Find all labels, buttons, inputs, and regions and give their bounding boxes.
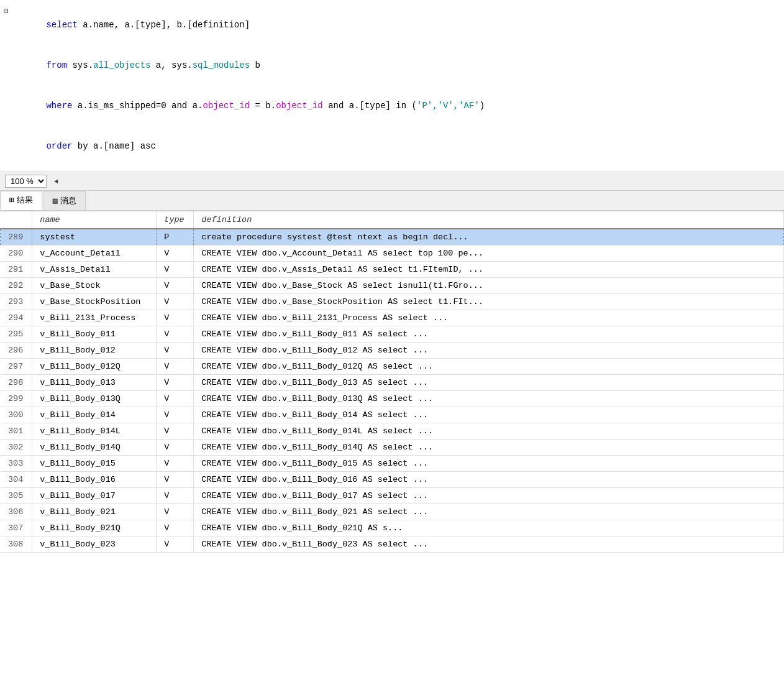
cell-definition: CREATE VIEW dbo.v_Account_Detail AS sele… <box>194 246 784 262</box>
cell-type: P <box>157 229 194 246</box>
table-row[interactable]: 294v_Bill_2131_ProcessVCREATE VIEW dbo.v… <box>1 310 784 326</box>
zoom-arrow-button[interactable]: ◄ <box>52 178 61 185</box>
cell-definition: CREATE VIEW dbo.v_Base_Stock AS select i… <box>194 278 784 294</box>
cell-type: V <box>157 278 194 294</box>
sql-editor[interactable]: ⊟ select a.name, a.[type], b.[definition… <box>0 0 784 172</box>
zoom-select[interactable]: 100 % 75 % 125 % <box>5 175 47 188</box>
cell-num: 302 <box>1 440 32 456</box>
table-row[interactable]: 301v_Bill_Body_014LVCREATE VIEW dbo.v_Bi… <box>1 423 784 440</box>
cell-name: v_Bill_Body_023 <box>32 536 157 553</box>
cell-name: systest <box>32 229 157 246</box>
table-row[interactable]: 296v_Bill_Body_012VCREATE VIEW dbo.v_Bil… <box>1 343 784 359</box>
table-row[interactable]: 289systestPcreate procedure systest @tes… <box>1 229 784 246</box>
cell-name: v_Account_Detail <box>32 246 157 262</box>
cell-type: V <box>157 294 194 310</box>
cell-num: 301 <box>1 423 32 440</box>
results-area: name type definition 289systestPcreate p… <box>0 211 784 553</box>
cell-num: 295 <box>1 326 32 343</box>
cell-type: V <box>157 488 194 504</box>
table-row[interactable]: 306v_Bill_Body_021VCREATE VIEW dbo.v_Bil… <box>1 504 784 520</box>
cell-num: 304 <box>1 472 32 488</box>
cell-type: V <box>157 343 194 359</box>
table-row[interactable]: 292v_Base_StockVCREATE VIEW dbo.v_Base_S… <box>1 278 784 294</box>
cell-name: v_Bill_Body_016 <box>32 472 157 488</box>
table-row[interactable]: 303v_Bill_Body_015VCREATE VIEW dbo.v_Bil… <box>1 456 784 472</box>
tab-messages[interactable]: ▤ 消息 <box>43 191 86 210</box>
sql-line-content-2: from sys.all_objects a, sys.sql_modules … <box>12 46 260 85</box>
cell-definition: CREATE VIEW dbo.v_Bill_Body_014L AS sele… <box>194 423 784 440</box>
cell-definition: CREATE VIEW dbo.v_Bill_Body_012 AS selec… <box>194 343 784 359</box>
sql-line-content-1: select a.name, a.[type], b.[definition] <box>12 6 250 45</box>
cell-name: v_Bill_Body_014L <box>32 423 157 440</box>
messages-tab-icon: ▤ <box>53 196 58 206</box>
cell-type: V <box>157 504 194 520</box>
cell-type: V <box>157 262 194 278</box>
cell-num: 291 <box>1 262 32 278</box>
col-header-definition: definition <box>194 211 784 229</box>
sql-line-1: ⊟ select a.name, a.[type], b.[definition… <box>0 5 784 45</box>
table-row[interactable]: 308v_Bill_Body_023VCREATE VIEW dbo.v_Bil… <box>1 536 784 553</box>
cell-num: 298 <box>1 375 32 391</box>
cell-definition: CREATE VIEW dbo.v_Bill_Body_013 AS selec… <box>194 375 784 391</box>
cell-num: 296 <box>1 343 32 359</box>
table-row[interactable]: 298v_Bill_Body_013V CREATE VIEW dbo.v_Bi… <box>1 375 784 391</box>
table-header-row: name type definition <box>1 211 784 229</box>
cell-definition: CREATE VIEW dbo.v_Bill_Body_013Q AS sele… <box>194 391 784 407</box>
cell-type: V <box>157 472 194 488</box>
results-tab-icon: ⊞ <box>9 195 14 205</box>
line-indent-4 <box>0 127 12 127</box>
table-row[interactable]: 291v_Assis_DetailVCREATE VIEW dbo.v_Assi… <box>1 262 784 278</box>
cell-num: 297 <box>1 359 32 375</box>
table-row[interactable]: 295v_Bill_Body_011VCREATE VIEW dbo.v_Bil… <box>1 326 784 343</box>
cell-num: 294 <box>1 310 32 326</box>
cell-num: 300 <box>1 407 32 423</box>
cell-type: V <box>157 246 194 262</box>
sql-line-4: order by a.[name] asc <box>0 126 784 167</box>
cell-name: v_Bill_Body_015 <box>32 456 157 472</box>
cell-type: V <box>157 375 194 391</box>
cell-type: V <box>157 536 194 553</box>
cell-type: V <box>157 520 194 536</box>
cell-num: 305 <box>1 488 32 504</box>
toolbar: 100 % 75 % 125 % ◄ <box>0 172 784 191</box>
cell-type: V <box>157 407 194 423</box>
cell-name: v_Bill_2131_Process <box>32 310 157 326</box>
cell-definition: CREATE VIEW dbo.v_Bill_2131_Process AS s… <box>194 310 784 326</box>
cell-type: V <box>157 456 194 472</box>
sql-line-content-4: order by a.[name] asc <box>12 127 156 166</box>
table-row[interactable]: 307v_Bill_Body_021QVCREATE VIEW dbo.v_Bi… <box>1 520 784 536</box>
cell-definition: CREATE VIEW dbo.v_Bill_Body_015 AS selec… <box>194 456 784 472</box>
table-row[interactable]: 290v_Account_DetailVCREATE VIEW dbo.v_Ac… <box>1 246 784 262</box>
cell-type: V <box>157 423 194 440</box>
collapse-marker[interactable]: ⊟ <box>0 6 12 16</box>
sql-line-2: from sys.all_objects a, sys.sql_modules … <box>0 45 784 86</box>
cell-type: V <box>157 310 194 326</box>
cell-definition: CREATE VIEW dbo.v_Bill_Body_021Q AS s... <box>194 520 784 536</box>
cell-definition: create procedure systest @test ntext as … <box>194 229 784 246</box>
cell-num: 299 <box>1 391 32 407</box>
table-row[interactable]: 299v_Bill_Body_013QVCREATE VIEW dbo.v_Bi… <box>1 391 784 407</box>
table-row[interactable]: 304v_Bill_Body_016VCREATE VIEW dbo.v_Bil… <box>1 472 784 488</box>
col-header-type: type <box>157 211 194 229</box>
cell-num: 303 <box>1 456 32 472</box>
cell-definition: CREATE VIEW dbo.v_Bill_Body_011 AS selec… <box>194 326 784 343</box>
cell-type: V <box>157 440 194 456</box>
table-row[interactable]: 293v_Base_StockPositionVCREATE VIEW dbo.… <box>1 294 784 310</box>
cell-name: v_Bill_Body_012 <box>32 343 157 359</box>
table-row[interactable]: 305v_Bill_Body_017VCREATE VIEW dbo.v_Bil… <box>1 488 784 504</box>
tab-results[interactable]: ⊞ 结果 <box>0 191 42 210</box>
cell-definition: CREATE VIEW dbo.v_Bill_Body_014 AS selec… <box>194 407 784 423</box>
tabs-bar: ⊞ 结果 ▤ 消息 <box>0 191 784 211</box>
cell-definition: CREATE VIEW dbo.v_Bill_Body_023 AS selec… <box>194 536 784 553</box>
results-table: name type definition 289systestPcreate p… <box>0 211 784 553</box>
cell-definition: CREATE VIEW dbo.v_Bill_Body_021 AS selec… <box>194 504 784 520</box>
cell-definition: CREATE VIEW dbo.v_Bill_Body_014Q AS sele… <box>194 440 784 456</box>
table-row[interactable]: 302v_Bill_Body_014QVCREATE VIEW dbo.v_Bi… <box>1 440 784 456</box>
sql-line-3: where a.is_ms_shipped=0 and a.object_id … <box>0 86 784 126</box>
table-row[interactable]: 297v_Bill_Body_012QVCREATE VIEW dbo.v_Bi… <box>1 359 784 375</box>
cell-num: 290 <box>1 246 32 262</box>
cell-definition: CREATE VIEW dbo.v_Assis_Detail AS select… <box>194 262 784 278</box>
cell-name: v_Assis_Detail <box>32 262 157 278</box>
sql-line-content-3: where a.is_ms_shipped=0 and a.object_id … <box>12 86 485 126</box>
table-row[interactable]: 300v_Bill_Body_014VCREATE VIEW dbo.v_Bil… <box>1 407 784 423</box>
